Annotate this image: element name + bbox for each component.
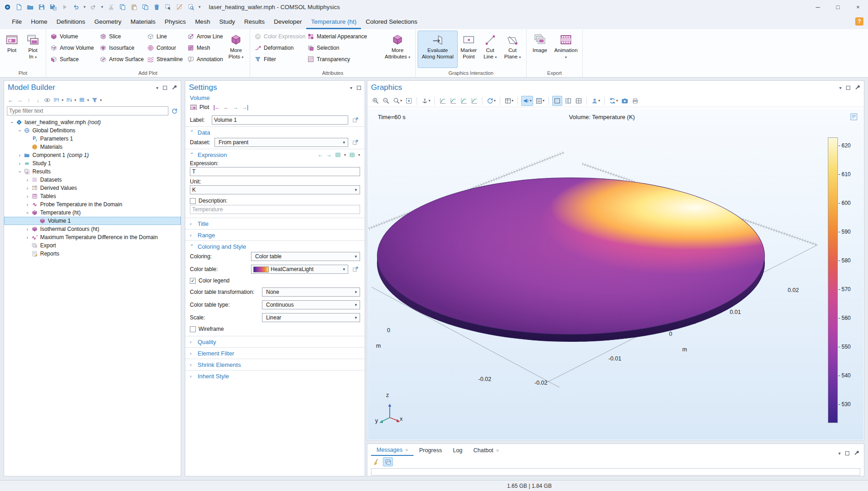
isosurface-button[interactable]: Isosurface [97, 42, 145, 53]
float-panel-icon[interactable] [846, 86, 850, 90]
new-file-icon[interactable] [15, 3, 22, 10]
tab-study[interactable]: Study [214, 14, 240, 29]
undo-menu-icon[interactable]: ▾ [84, 5, 86, 9]
clear-selection-icon[interactable] [176, 3, 183, 10]
coloring-section-header[interactable]: › Coloring and Style [185, 241, 365, 252]
chevron-down-icon[interactable]: ▾ [74, 98, 76, 102]
run-icon[interactable] [61, 3, 68, 10]
redo-icon[interactable] [90, 3, 97, 10]
comsol-logo-icon[interactable] [4, 3, 11, 10]
move-down-icon[interactable]: ↓ [34, 96, 42, 104]
help-icon[interactable]: ? [855, 17, 863, 26]
volume-button[interactable]: Volume [48, 31, 97, 42]
arrow-line-button[interactable]: Arrow Line [185, 31, 224, 42]
save-as-icon[interactable] [49, 3, 57, 10]
show-icon[interactable] [43, 96, 51, 104]
toolbar-menu-icon[interactable]: ▾ [199, 5, 201, 9]
delete-icon[interactable] [153, 3, 160, 10]
tree-expander-icon[interactable]: › [10, 119, 15, 125]
zoom-out-icon[interactable] [382, 96, 391, 106]
pin-panel-icon[interactable] [854, 450, 859, 456]
description-checkbox[interactable] [190, 198, 196, 204]
evaluate-along-normal-button[interactable]: EvaluateAlong Normal [418, 31, 458, 68]
plot-button[interactable]: Plot [190, 104, 209, 111]
plot-area[interactable]: Time=60 s Volume: Temperature (K) 0.020.… [368, 109, 863, 440]
tree-item-parameters-1[interactable]: PiParameters 1 [4, 135, 181, 143]
deformation-button[interactable]: Deformation [252, 42, 305, 53]
color-table-select[interactable]: HeatCameraLight ▾ [251, 265, 348, 274]
tree-expander-icon[interactable]: › [24, 235, 31, 240]
filter-menu-icon[interactable] [91, 96, 98, 104]
streamline-button[interactable]: Streamline [145, 53, 185, 65]
mesh-button[interactable]: Mesh [185, 42, 224, 53]
default-view-menu-icon[interactable]: ▾ [420, 96, 431, 106]
previous-plot-icon[interactable]: ← [224, 104, 229, 110]
collapse-menu-icon[interactable] [65, 96, 73, 104]
arrow-surface-button[interactable]: Arrow Surface [97, 53, 145, 65]
forward-icon[interactable]: → [16, 96, 23, 104]
next-expression-icon[interactable]: → [326, 151, 332, 158]
minimize-button[interactable]: ─ [808, 0, 828, 14]
find-icon[interactable] [187, 3, 194, 10]
select-box-icon[interactable] [164, 3, 172, 10]
chevron-down-icon[interactable]: ▾ [87, 98, 89, 102]
clear-messages-icon[interactable] [371, 457, 381, 466]
tree-item-tables[interactable]: ›Tables [4, 192, 181, 200]
tree-item-derived-values[interactable]: ›8.85e-12Derived Values [4, 184, 181, 192]
save-icon[interactable] [38, 3, 45, 10]
close-tab-icon[interactable]: × [405, 447, 408, 453]
title-section-header[interactable]: › Title [185, 218, 365, 229]
tab-log[interactable]: Log [447, 445, 468, 456]
zoom-extents-icon[interactable] [404, 96, 413, 106]
annotation-button[interactable]: TAnnotation [185, 53, 224, 65]
quality-section-header[interactable]: › Quality [185, 336, 365, 347]
color-table-settings-icon[interactable] [351, 265, 360, 274]
tab-file[interactable]: File [7, 14, 26, 29]
previous-expression-icon[interactable]: ← [318, 151, 323, 158]
tab-mesh[interactable]: Mesh [190, 14, 214, 29]
expression-input[interactable] [190, 167, 360, 176]
unit-select[interactable]: K ▾ [190, 185, 360, 194]
paste-icon[interactable] [130, 3, 137, 10]
expand-menu-icon[interactable] [52, 96, 60, 104]
plot-last-icon[interactable] [470, 96, 479, 106]
tree-item-temperature-ht-[interactable]: ›Temperature (ht) [4, 209, 181, 217]
surface-button[interactable]: Surface [48, 53, 97, 65]
more-plots-button[interactable]: MorePlots ▾ [224, 31, 248, 68]
coloring-select[interactable]: Color table ▾ [251, 252, 360, 261]
insert-expression-icon[interactable] [349, 152, 355, 158]
first-plot-icon[interactable]: |← [214, 104, 220, 110]
refresh-icon[interactable] [171, 108, 178, 115]
float-panel-icon[interactable] [163, 86, 167, 90]
tree-item-probe-temperature-in-the-domain[interactable]: ›∿Probe Temperature in the Domain [4, 200, 181, 209]
color-table-type-select[interactable]: Continuous ▾ [262, 300, 360, 309]
selection-button[interactable]: Selection [305, 42, 382, 53]
back-icon[interactable]: ← [7, 96, 14, 104]
color-expression-button[interactable]: Color Expression [252, 31, 305, 42]
rename-icon[interactable] [351, 115, 360, 125]
chevron-down-icon[interactable]: ▾ [62, 98, 63, 102]
panel-menu-icon[interactable]: ▾ [350, 85, 352, 90]
tree-item-datasets[interactable]: ›Datasets [4, 176, 181, 184]
tab-home[interactable]: Home [26, 14, 52, 29]
tab-definitions[interactable]: Definitions [52, 14, 90, 29]
zoom-menu-icon[interactable]: ▾ [392, 96, 403, 106]
sound-menu-icon[interactable]: ▾ [521, 96, 533, 106]
inherit-style-section-header[interactable]: › Inherit Style [185, 371, 365, 381]
tree-filter-input[interactable] [7, 106, 168, 115]
tree-item-maximum-temperature-difference-in-the-domain[interactable]: ›∿*Maximum Temperature Difference in the… [4, 233, 181, 241]
dataset-select[interactable]: From parent ▾ [214, 138, 348, 147]
panel-menu-icon[interactable]: ▾ [838, 451, 841, 456]
plot-in-button[interactable]: PlotIn ▾ [22, 31, 44, 68]
arrow-volume-button[interactable]: Arrow Volume [48, 42, 97, 53]
plot-info-icon[interactable] [850, 113, 858, 121]
tree-item-reports[interactable]: Reports [4, 250, 181, 258]
data-section-header[interactable]: › Data [185, 127, 365, 138]
cut-plane-button[interactable]: CutPlane ▾ [501, 31, 524, 68]
layout-grid-icon[interactable] [574, 96, 583, 106]
maximize-button[interactable]: □ [828, 0, 848, 14]
copy-icon[interactable] [119, 3, 126, 10]
tab-developer[interactable]: Developer [269, 14, 307, 29]
tree-expander-icon[interactable]: › [24, 186, 31, 191]
material-appearance-button[interactable]: Material Appearance [305, 31, 382, 42]
